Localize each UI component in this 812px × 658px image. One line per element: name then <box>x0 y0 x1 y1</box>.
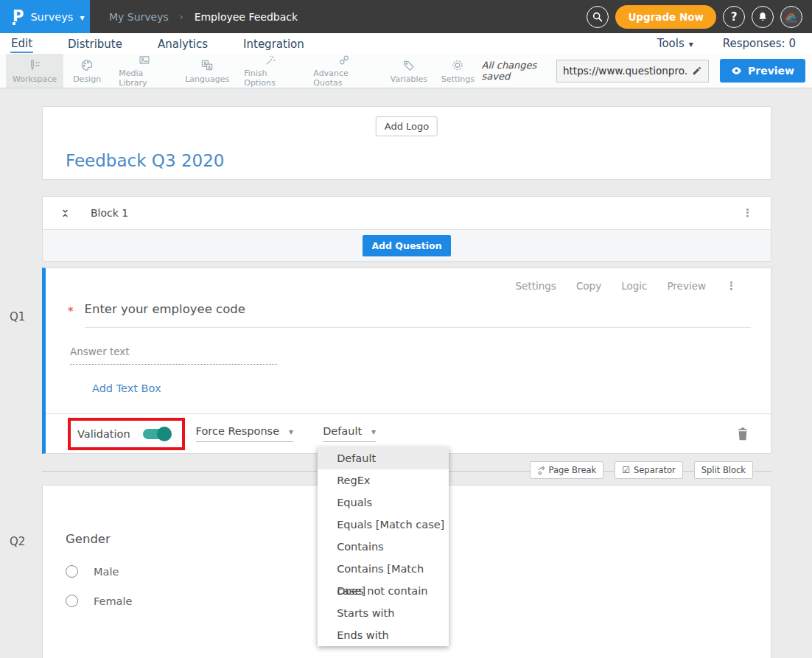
search-button[interactable] <box>587 6 609 28</box>
question-2-title[interactable]: Gender <box>66 532 111 546</box>
force-response-select[interactable]: Force Response <box>196 425 294 442</box>
survey-url-box <box>556 60 709 83</box>
toolbar-item-settings[interactable]: Settings <box>434 54 481 88</box>
edit-url-button[interactable] <box>692 66 702 76</box>
validation-group: Validation <box>68 418 185 450</box>
validation-type-select[interactable]: Default <box>323 425 376 442</box>
required-asterisk: * <box>68 305 74 318</box>
menu-item-contains-match-case[interactable]: Contains [Match case] <box>318 558 449 580</box>
toolbar-item-advance-quotas[interactable]: Advance Quotas <box>305 54 383 88</box>
menu-item-ends-with[interactable]: Ends with <box>318 624 449 646</box>
radio-label: Female <box>94 595 132 607</box>
radio-label: Male <box>94 566 119 578</box>
collapse-block-icon[interactable] <box>60 208 70 219</box>
menu-item-contains[interactable]: Contains <box>318 536 449 558</box>
question-logic-link[interactable]: Logic <box>621 280 647 292</box>
question-preview-link[interactable]: Preview <box>667 280 706 292</box>
toolbar-item-finish-options[interactable]: Finish Options <box>236 54 305 88</box>
toolbar-item-variables[interactable]: Variables <box>383 54 434 88</box>
editor-toolbar: Workspace Design Media Library Languages… <box>0 54 812 88</box>
question-1-id: Q1 <box>10 310 25 323</box>
toolbar-item-label: Media Library <box>119 69 170 88</box>
questionpro-logo-icon: P <box>13 9 24 24</box>
answer-text-field[interactable]: Answer text <box>70 346 277 365</box>
add-question-button[interactable]: Add Question <box>363 235 450 256</box>
product-switcher[interactable]: P Surveys <box>0 0 90 33</box>
toolbar-item-label: Settings <box>441 74 475 84</box>
workspace-icon <box>27 58 42 72</box>
page-break-button[interactable]: Page Break <box>530 461 604 479</box>
split-block-label: Split Block <box>701 465 746 475</box>
tools-menu[interactable]: Tools <box>657 37 693 50</box>
delete-question-button[interactable] <box>737 427 749 441</box>
divider-buttons: Page Break Separator Split Block <box>530 461 753 479</box>
upgrade-now-button[interactable]: Upgrade Now <box>615 5 716 29</box>
question-1-wrapper: Q1 Settings Copy Logic Preview * Enter y… <box>42 267 771 454</box>
avatar-image <box>783 9 799 25</box>
toolbar-item-workspace[interactable]: Workspace <box>6 54 63 88</box>
tab-analytics[interactable]: Analytics <box>157 35 209 52</box>
chevron-down-icon <box>689 37 693 50</box>
user-avatar[interactable] <box>780 6 802 28</box>
toolbar-item-label: Variables <box>391 74 427 84</box>
trash-icon <box>737 427 749 441</box>
force-response-value: Force Response <box>196 425 279 437</box>
toolbar-item-languages[interactable]: Languages <box>178 54 236 88</box>
separator-button[interactable]: Separator <box>615 461 683 479</box>
preview-button[interactable]: Preview <box>720 59 805 83</box>
radio-button[interactable] <box>66 565 78 578</box>
notifications-button[interactable] <box>752 6 774 28</box>
chevron-down-icon <box>289 425 293 437</box>
validation-row: Validation Force Response Default Defaul… <box>46 413 771 453</box>
breadcrumb-separator-icon: › <box>180 12 183 22</box>
survey-url-input[interactable] <box>563 65 687 77</box>
question-actions: Settings Copy Logic Preview <box>46 268 771 293</box>
validation-label: Validation <box>77 428 130 440</box>
menu-item-does-not-contain[interactable]: Does not contain <box>318 580 449 602</box>
toolbar-item-label: Finish Options <box>244 69 297 88</box>
add-text-box-link[interactable]: Add Text Box <box>92 382 161 394</box>
block-title[interactable]: Block 1 <box>91 207 128 219</box>
breadcrumb-my-surveys[interactable]: My Surveys <box>109 11 169 23</box>
question-kebab-menu-icon[interactable] <box>726 279 737 293</box>
menu-item-default[interactable]: Default <box>318 447 449 469</box>
validation-type-wrapper: Default Default RegEx Equals Equals [Mat… <box>323 425 376 442</box>
search-icon <box>592 11 603 23</box>
add-question-strip: Add Question <box>43 230 771 261</box>
palette-icon <box>80 58 94 72</box>
top-bar: P Surveys My Surveys › Employee Feedback… <box>0 0 812 33</box>
question-copy-link[interactable]: Copy <box>576 280 601 292</box>
radio-option-female: Female <box>66 595 132 607</box>
bell-icon <box>757 11 769 23</box>
split-block-button[interactable]: Split Block <box>694 461 753 479</box>
image-icon <box>137 54 152 66</box>
toolbar-item-media-library[interactable]: Media Library <box>111 54 178 88</box>
toolbar-right: All changes saved Preview <box>481 54 812 88</box>
translate-icon <box>200 58 214 72</box>
tools-label: Tools <box>657 37 685 50</box>
tab-distribute[interactable]: Distribute <box>67 35 123 52</box>
menu-item-regex[interactable]: RegEx <box>318 469 449 491</box>
validation-type-value: Default <box>323 425 362 437</box>
page-break-label: Page Break <box>549 465 597 475</box>
add-logo-button[interactable]: Add Logo <box>376 116 438 136</box>
question-settings-link[interactable]: Settings <box>516 280 556 292</box>
survey-title[interactable]: Feedback Q3 2020 <box>66 151 224 170</box>
block-kebab-menu-icon[interactable] <box>742 206 753 220</box>
question-title-row: * Enter your employee code <box>46 302 771 328</box>
responses-count[interactable]: Responses: 0 <box>723 37 796 50</box>
tab-edit[interactable]: Edit <box>10 35 33 53</box>
toolbar-item-design[interactable]: Design <box>63 54 111 88</box>
breadcrumb: My Surveys › Employee Feedback <box>109 11 298 23</box>
unlink-icon <box>537 466 545 475</box>
help-button[interactable]: ? <box>723 6 745 28</box>
validation-toggle[interactable] <box>143 429 170 439</box>
question-1-title[interactable]: Enter your employee code <box>85 302 752 328</box>
top-actions: Upgrade Now ? <box>587 5 812 29</box>
menu-item-equals[interactable]: Equals <box>318 491 449 514</box>
block-card: Block 1 Add Question <box>42 196 771 262</box>
menu-item-equals-match-case[interactable]: Equals [Match case] <box>318 514 449 536</box>
menu-item-starts-with[interactable]: Starts with <box>318 602 449 624</box>
tab-integration[interactable]: Integration <box>242 35 305 52</box>
radio-button[interactable] <box>66 595 78 607</box>
